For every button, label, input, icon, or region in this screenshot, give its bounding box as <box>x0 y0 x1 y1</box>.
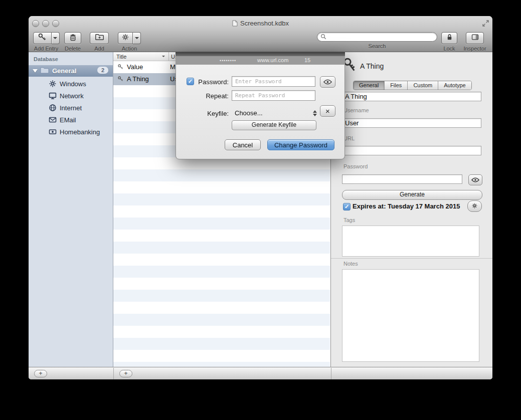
dimmed-table-row: •••••••• www.url.com 15 <box>176 56 345 65</box>
tab-custom[interactable]: Custom <box>407 81 438 90</box>
change-password-button[interactable]: Change Password <box>267 139 334 150</box>
inspector-button[interactable] <box>466 32 484 44</box>
password-field[interactable] <box>342 174 462 184</box>
entry-title-cell: Value <box>127 63 143 71</box>
inspector-panel: A Thing General Files Custom Autotype Us… <box>331 52 492 367</box>
search-group: Search <box>317 32 437 49</box>
group-label: General <box>52 67 76 75</box>
tab-autotype[interactable]: Autotype <box>438 81 471 90</box>
title-field[interactable] <box>342 92 481 101</box>
keyfile-popup[interactable]: Choose... <box>235 109 263 117</box>
password-label: Password <box>343 163 368 169</box>
show-password-button[interactable] <box>320 76 335 88</box>
add-entry-plus-button[interactable]: + <box>119 370 132 377</box>
sheet-password-label: Password: <box>176 78 229 86</box>
new-password-input[interactable] <box>232 76 315 87</box>
lock-label: Lock <box>441 46 458 52</box>
add-group-plus-button[interactable]: + <box>34 370 47 377</box>
sidebar-item-homebanking[interactable]: Homebanking <box>29 126 113 138</box>
chevron-down-icon <box>53 37 57 41</box>
dimmed-modified-cell: 15 <box>304 57 310 63</box>
key-icon <box>117 76 124 84</box>
sheet-body: ✓ Password: Repeat: Keyfile: Choose... ×… <box>176 65 345 159</box>
show-password-button[interactable] <box>468 174 482 185</box>
title-bar[interactable]: Screenshot.kdbx Add Entry <box>29 16 492 52</box>
key-icon <box>38 33 47 44</box>
lock-group: Lock <box>441 32 458 52</box>
sidebar-item-label: Network <box>60 92 84 100</box>
gear-icon <box>49 80 57 88</box>
notes-label: Notes <box>343 261 358 267</box>
popup-stepper-icon[interactable] <box>313 108 317 118</box>
sidebar-group-general[interactable]: General 2 <box>29 65 113 77</box>
sidebar-item-label: Windows <box>60 80 86 88</box>
generate-keyfile-button[interactable]: Generate Keyfile <box>232 120 316 130</box>
username-label: Username <box>343 107 369 113</box>
action-group: Action <box>117 32 142 52</box>
sidebar-item-network[interactable]: Network <box>29 90 113 102</box>
username-field[interactable] <box>342 118 481 128</box>
inspector-group: Inspector <box>463 32 487 52</box>
action-label: Action <box>117 46 142 52</box>
sidebar: Database General 2 Windows Network Inter… <box>29 52 113 367</box>
sheet-top-shadow <box>176 52 345 56</box>
entry-title-cell: A Thing <box>127 75 149 83</box>
expires-settings-button[interactable] <box>467 200 482 212</box>
cancel-button[interactable]: Cancel <box>225 139 261 150</box>
search-input[interactable] <box>328 33 437 41</box>
sort-descending-icon <box>162 56 165 59</box>
tab-files[interactable]: Files <box>384 81 407 90</box>
dimmed-url-cell: www.url.com <box>257 57 288 63</box>
add-entry-button[interactable] <box>33 32 52 44</box>
monitor-icon <box>49 92 57 100</box>
gear-icon <box>121 33 129 43</box>
add-entry-dropdown[interactable] <box>52 32 60 44</box>
column-header-title[interactable]: Title <box>116 54 126 60</box>
sidebar-item-windows[interactable]: Windows <box>29 78 113 90</box>
tab-general[interactable]: General <box>354 81 384 90</box>
fullscreen-icon[interactable] <box>482 20 489 29</box>
inspector-label: Inspector <box>463 46 487 52</box>
add-group-button[interactable] <box>90 32 109 44</box>
sidebar-item-email[interactable]: EMail <box>29 114 113 126</box>
document-icon <box>232 20 240 27</box>
lock-button[interactable] <box>441 32 457 44</box>
key-icon <box>117 64 124 72</box>
folder-plus-icon <box>95 33 104 43</box>
notes-field[interactable] <box>342 269 479 362</box>
lock-icon <box>446 33 453 43</box>
tags-field[interactable] <box>342 226 479 257</box>
expires-checkbox[interactable]: ✓ <box>343 203 351 211</box>
section-divider <box>331 258 492 259</box>
url-label: URL <box>343 135 355 141</box>
search-label: Search <box>317 43 437 49</box>
sidebar-item-internet[interactable]: Internet <box>29 102 113 114</box>
clear-keyfile-button[interactable]: × <box>320 105 335 117</box>
action-button[interactable] <box>118 32 133 44</box>
repeat-password-input[interactable] <box>232 90 315 101</box>
globe-icon <box>49 104 57 112</box>
search-field[interactable] <box>317 32 437 42</box>
envelope-icon <box>49 116 57 124</box>
gear-icon <box>471 202 478 211</box>
eye-icon <box>323 78 332 87</box>
chevron-down-icon <box>135 37 139 41</box>
url-field[interactable] <box>342 146 481 155</box>
column-divider[interactable] <box>168 52 169 61</box>
disclosure-triangle-icon[interactable] <box>33 69 38 73</box>
tags-label: Tags <box>343 217 355 223</box>
sheet-repeat-label: Repeat: <box>176 92 229 100</box>
sidebar-item-label: EMail <box>60 116 76 124</box>
action-dropdown[interactable] <box>133 32 141 44</box>
delete-label: Delete <box>64 46 82 52</box>
window-title: Screenshot.kdbx <box>29 20 492 27</box>
delete-group: Delete <box>64 32 82 52</box>
inspector-entry-title: A Thing <box>360 62 384 70</box>
generate-password-button[interactable]: Generate <box>342 190 482 200</box>
bottom-bar: + + <box>29 367 492 379</box>
trash-icon <box>69 33 77 44</box>
window-title-text: Screenshot.kdbx <box>240 20 289 27</box>
sheet-keyfile-label: Keyfile: <box>176 110 229 117</box>
dimmed-password-cell: •••••••• <box>220 58 236 63</box>
delete-button[interactable] <box>64 32 81 44</box>
